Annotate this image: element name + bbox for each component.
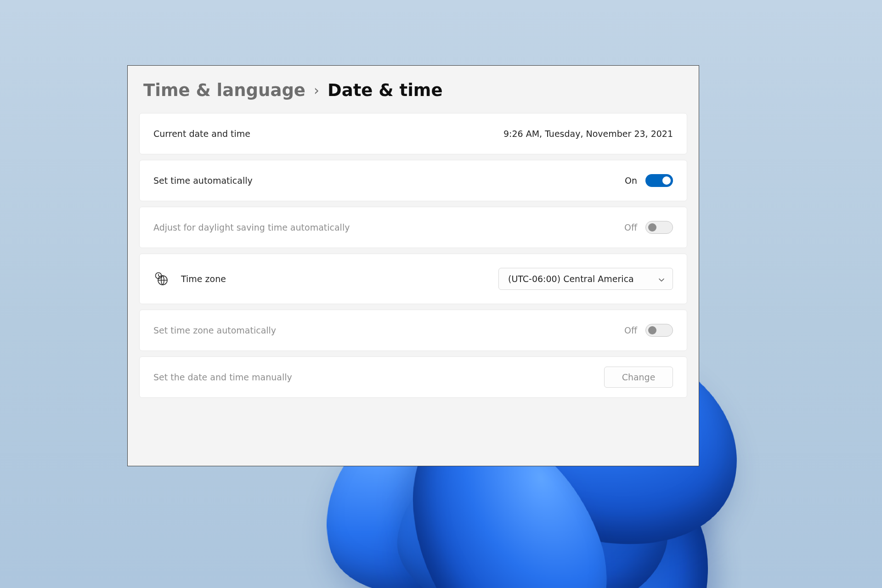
set-time-automatically-toggle[interactable]: [645, 174, 673, 187]
change-button-label: Change: [622, 372, 656, 382]
chevron-down-icon: [658, 275, 665, 283]
row-dst-automatically: Adjust for daylight saving time automati…: [139, 207, 687, 248]
time-zone-select[interactable]: (UTC-06:00) Central America: [498, 268, 673, 290]
dst-automatically-toggle: [645, 221, 673, 234]
current-datetime-value: 9:26 AM, Tuesday, November 23, 2021: [503, 129, 673, 139]
time-zone-label: Time zone: [181, 274, 226, 284]
dst-automatically-state: Off: [624, 222, 637, 232]
row-set-timezone-automatically: Set time zone automatically Off: [139, 310, 687, 351]
settings-window: Time & language › Date & time Current da…: [127, 65, 699, 466]
current-datetime-label: Current date and time: [153, 129, 250, 139]
set-timezone-automatically-toggle: [645, 324, 673, 337]
row-current-datetime: Current date and time 9:26 AM, Tuesday, …: [139, 113, 687, 154]
set-timezone-automatically-label: Set time zone automatically: [153, 325, 276, 335]
set-time-automatically-state: On: [625, 175, 637, 186]
row-set-time-automatically: Set time automatically On: [139, 160, 687, 201]
set-time-automatically-label: Set time automatically: [153, 175, 253, 186]
globe-clock-icon: [153, 271, 169, 287]
row-time-zone: Time zone (UTC-06:00) Central America: [139, 254, 687, 304]
chevron-right-icon: ›: [314, 82, 319, 98]
dst-automatically-label: Adjust for daylight saving time automati…: [153, 222, 350, 232]
breadcrumb-parent[interactable]: Time & language: [143, 80, 305, 100]
set-datetime-manually-label: Set the date and time manually: [153, 372, 292, 382]
row-set-datetime-manually: Set the date and time manually Change: [139, 356, 687, 398]
change-button: Change: [604, 367, 673, 388]
time-zone-selected-value: (UTC-06:00) Central America: [508, 274, 634, 284]
breadcrumb: Time & language › Date & time: [128, 66, 699, 113]
set-timezone-automatically-state: Off: [624, 325, 637, 335]
page-title: Date & time: [328, 80, 443, 100]
